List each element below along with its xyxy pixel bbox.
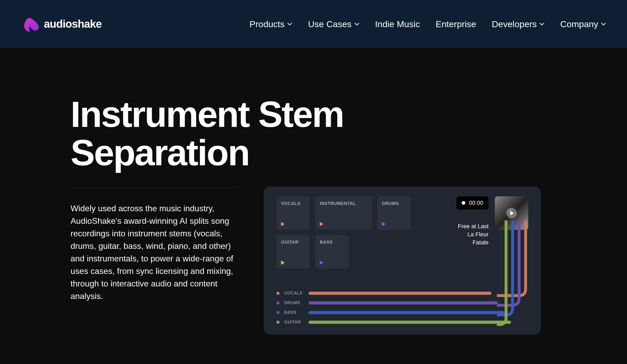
time-display: 00:00 [456, 196, 489, 209]
nav-label: Developers [492, 19, 537, 29]
chevron-down-icon [539, 22, 544, 26]
track-artist2: Fatale [458, 239, 489, 247]
stem-label: INSTRUMENTAL [320, 201, 367, 206]
nav-company[interactable]: Company [560, 19, 606, 29]
hero-content: Instrument Stem Separation Widely used a… [71, 95, 238, 335]
stem-label: DRUMS [382, 201, 406, 206]
album-play-button[interactable] [506, 208, 517, 218]
play-icon [320, 261, 323, 265]
stem-card-drums[interactable]: DRUMS [377, 196, 411, 230]
nav-label: Enterprise [436, 19, 476, 29]
nav-indie-music[interactable]: Indie Music [375, 19, 420, 29]
lane-dot-icon [276, 321, 280, 324]
hero-description: Widely used across the music industry, A… [71, 202, 235, 302]
track-info: Free at Last La Fleur Fatale [458, 222, 489, 246]
play-icon [382, 222, 386, 226]
lane-bar [309, 292, 491, 295]
chevron-down-icon [287, 22, 292, 26]
lane-vocals: VOCALS [276, 288, 528, 298]
stem-card-instrumental[interactable]: INSTRUMENTAL [315, 196, 372, 230]
nav-use-cases[interactable]: Use Cases [308, 19, 359, 29]
lane-label: BASS [284, 310, 304, 315]
nav-label: Use Cases [308, 19, 351, 29]
play-icon [510, 211, 514, 215]
chevron-down-icon [601, 22, 606, 26]
lane-label: VOCALS [284, 291, 304, 296]
hero-section: Instrument Stem Separation Widely used a… [0, 48, 627, 335]
time-value: 00:00 [469, 199, 483, 206]
stem-label: VOCALS [281, 201, 305, 206]
chevron-down-icon [354, 22, 359, 26]
logo-text: audioshake [44, 18, 102, 30]
play-icon [320, 222, 323, 226]
lane-dot-icon [276, 301, 280, 304]
lane-label: DRUMS [284, 301, 304, 305]
play-icon [281, 222, 285, 226]
stem-label: GUITAR [281, 240, 305, 245]
stem-card-vocals[interactable]: VOCALS [276, 196, 310, 230]
nav-products[interactable]: Products [249, 19, 292, 29]
lane-bar [309, 311, 504, 314]
track-lanes: VOCALS DRUMS BASS GUITAR [276, 288, 528, 327]
lane-dot-icon [276, 292, 280, 295]
stem-cards: VOCALS INSTRUMENTAL DRUMS GUITAR BASS [276, 196, 417, 268]
logo-flame-icon [21, 16, 40, 32]
nav-label: Indie Music [375, 19, 420, 29]
logo[interactable]: audioshake [21, 16, 102, 32]
main-nav: Products Use Cases Indie Music Enterpris… [249, 19, 606, 29]
play-icon [281, 261, 285, 265]
lane-bar [309, 321, 511, 324]
page-title: Instrument Stem Separation [71, 95, 358, 172]
lane-dot-icon [276, 311, 280, 314]
nav-developers[interactable]: Developers [492, 19, 545, 29]
nav-enterprise[interactable]: Enterprise [436, 19, 476, 29]
stem-card-guitar[interactable]: GUITAR [276, 235, 310, 268]
track-title: Free at Last [458, 222, 489, 231]
player-meta: 00:00 Free at Last La Fleur Fatale [456, 196, 528, 246]
lane-label: GUITAR [284, 320, 304, 325]
stem-label: BASS [320, 240, 344, 245]
lane-drums: DRUMS [276, 298, 528, 308]
album-art[interactable] [495, 196, 528, 230]
stem-card-bass[interactable]: BASS [315, 235, 349, 268]
stem-player-visual: VOCALS INSTRUMENTAL DRUMS GUITAR BASS [264, 186, 541, 335]
divider [71, 187, 238, 188]
lane-guitar: GUITAR [276, 317, 528, 327]
record-dot-icon [462, 201, 465, 205]
lane-bass: BASS [276, 308, 528, 317]
nav-label: Products [249, 19, 285, 29]
lane-bar [309, 301, 498, 304]
track-artist: La Fleur [458, 231, 489, 239]
site-header: audioshake Products Use Cases Indie Musi… [0, 0, 627, 48]
nav-label: Company [560, 19, 598, 29]
